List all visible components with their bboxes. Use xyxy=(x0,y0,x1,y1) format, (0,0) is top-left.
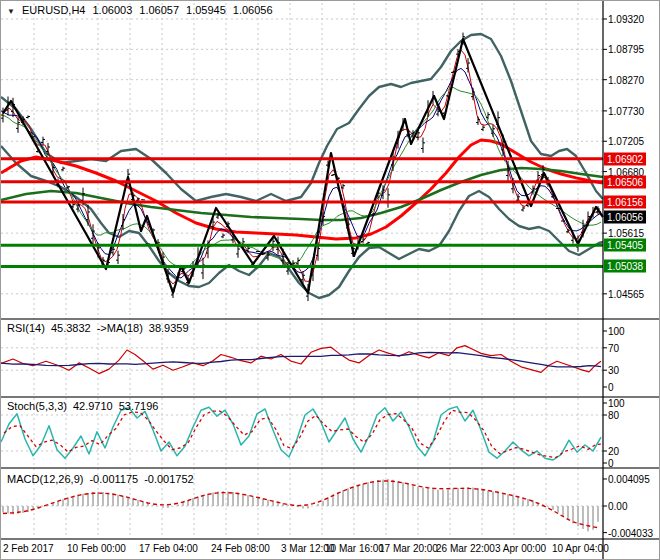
resistance-price-label: 1.06156 xyxy=(604,195,646,208)
rsi-tick-label: 70 xyxy=(608,342,619,353)
macd-tick-label: 0.00 xyxy=(608,501,627,512)
stoch-tick-label: 0 xyxy=(608,458,614,469)
stoch-d-value: 53.7196 xyxy=(119,400,159,412)
chart-window: ▼ EURUSD,H4 1.06003 1.06057 1.05945 1.06… xyxy=(0,0,660,560)
time-label: 2 Feb 2017 xyxy=(3,543,54,554)
resistance-price-label: 1.06506 xyxy=(604,175,646,188)
price-tick-label: 1.07205 xyxy=(608,136,644,147)
rsi-ma-name: ->MA(18) xyxy=(97,322,143,334)
chart-header: ▼ EURUSD,H4 1.06003 1.06057 1.05945 1.06… xyxy=(7,4,273,16)
macd-tick-label: -0.004033 xyxy=(608,527,653,538)
time-label: 3 Apr 00:00 xyxy=(495,543,546,554)
quote-close: 1.06056 xyxy=(233,4,273,16)
macd-label: MACD(12,26,9) -0.001175 -0.001752 xyxy=(7,473,194,485)
current-price-label: 1.06056 xyxy=(604,210,646,223)
time-label: 17 Mar 20:00 xyxy=(379,543,438,554)
price-tick-label: 1.04565 xyxy=(608,288,644,299)
macd-main-value: -0.001175 xyxy=(89,473,138,485)
rsi-tick-label: 0 xyxy=(608,382,614,393)
price-tick-label: 1.05615 xyxy=(608,228,644,239)
rsi-ma-value: 38.9359 xyxy=(149,322,189,334)
symbol-title: EURUSD,H4 xyxy=(22,4,86,16)
macd-name: MACD(12,26,9) xyxy=(7,473,83,485)
support-price-label: 1.05405 xyxy=(604,239,646,252)
rsi-value: 45.3832 xyxy=(51,322,91,334)
macd-signal-value: -0.001752 xyxy=(144,473,194,485)
price-tick-label: 1.07730 xyxy=(608,105,644,116)
stoch-name: Stoch(5,3,3) xyxy=(7,400,67,412)
time-label: 10 Feb 00:00 xyxy=(67,543,126,554)
time-label: 10 Apr 04:00 xyxy=(552,543,609,554)
quote-high: 1.06057 xyxy=(139,4,179,16)
time-label: 17 Feb 04:00 xyxy=(139,543,198,554)
price-tick-label: 1.08795 xyxy=(608,44,644,55)
macd-tick-label: 0.004095 xyxy=(608,473,650,484)
stoch-tick-label: 100 xyxy=(608,398,625,409)
resistance-price-label: 1.06902 xyxy=(604,152,646,165)
rsi-label: RSI(14) 45.3832 ->MA(18) 38.9359 xyxy=(7,322,189,334)
symbol-dropdown-icon[interactable]: ▼ xyxy=(7,7,15,16)
rsi-tick-label: 100 xyxy=(608,326,625,337)
rsi-tick-label: 30 xyxy=(608,365,619,376)
time-label: 24 Feb 08:00 xyxy=(211,543,270,554)
stoch-label: Stoch(5,3,3) 42.9710 53.7196 xyxy=(7,400,158,412)
price-tick-label: 1.08270 xyxy=(608,74,644,85)
stoch-tick-label: 20 xyxy=(608,446,619,457)
price-tick-label: 1.09320 xyxy=(608,14,644,25)
time-label: 26 Mar 22:00 xyxy=(436,543,495,554)
rsi-name: RSI(14) xyxy=(7,322,45,334)
time-label: 10 Mar 16:00 xyxy=(325,543,384,554)
stoch-k-value: 42.9710 xyxy=(73,400,113,412)
support-price-label: 1.05038 xyxy=(604,260,646,273)
quote-open: 1.06003 xyxy=(93,4,133,16)
stoch-tick-label: 80 xyxy=(608,410,619,421)
quote-low: 1.05945 xyxy=(186,4,226,16)
